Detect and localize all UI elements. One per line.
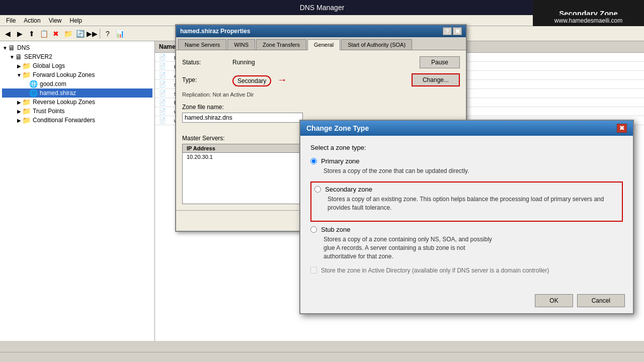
change-zone-title-bar: Change Zone Type ✖ xyxy=(300,121,633,136)
properties-dialog-title: hamed.shiraz Properties xyxy=(180,28,250,35)
zone-file-input[interactable] xyxy=(182,113,303,123)
trust-icon: 📁 xyxy=(22,107,31,115)
dialog-help-button[interactable]: ? xyxy=(443,27,452,35)
change-button[interactable]: Change... xyxy=(412,73,460,86)
secondary-zone-label[interactable]: Secondary zone xyxy=(325,186,372,193)
ad-store-label: Store the zone in Active Directory (avai… xyxy=(321,267,549,274)
tab-zone-transfers[interactable]: Zone Transfers xyxy=(256,39,306,50)
menu-view[interactable]: View xyxy=(45,16,66,25)
back-button[interactable]: ◀ xyxy=(2,28,13,39)
up-button[interactable]: ⬆ xyxy=(26,28,37,39)
zone-selected-icon: 🌐 xyxy=(29,89,38,97)
separator xyxy=(100,29,100,39)
app-title: DNS Manager xyxy=(300,4,345,12)
folder-icon: 📁 xyxy=(22,62,31,70)
forward-zones-icon: 📁 xyxy=(22,71,31,79)
expand-forward-zones[interactable]: ▼ xyxy=(16,72,22,78)
forward-button[interactable]: ▶ xyxy=(14,28,25,39)
menu-file[interactable]: File xyxy=(2,16,20,25)
status-label: Status: xyxy=(182,59,232,66)
primary-zone-radio[interactable] xyxy=(310,158,317,164)
change-zone-cancel-button[interactable]: Cancel xyxy=(577,294,625,307)
dialog-close-button[interactable]: ✖ xyxy=(453,27,462,35)
tree-item-dns[interactable]: ▼ 🖥 DNS xyxy=(2,43,152,52)
folder-button[interactable]: 📁 xyxy=(62,28,73,39)
record-icon: 📄 xyxy=(159,90,166,96)
zone-type-subtitle: Select a zone type: xyxy=(310,144,623,151)
delete-button[interactable]: ✖ xyxy=(50,28,61,39)
master-servers-table: IP Address 10.20.30.1 xyxy=(182,144,303,204)
secondary-zone-option: Secondary zone Stores a copy of an exist… xyxy=(314,186,619,212)
tab-general[interactable]: General xyxy=(307,39,340,50)
secondary-zone-radio-row: Secondary zone xyxy=(314,186,619,193)
tree-item-conditional-forwarders[interactable]: ▶ 📁 Conditional Forwarders xyxy=(2,116,152,125)
tree-item-hamed-shiraz[interactable]: 🌐 hamed.shiraz xyxy=(2,88,152,98)
stub-zone-radio[interactable] xyxy=(310,226,317,233)
dns-icon: 🖥 xyxy=(8,44,15,52)
tab-name-servers[interactable]: Name Servers xyxy=(178,39,226,50)
arrow-icon: → xyxy=(277,74,287,85)
change-zone-footer: OK Cancel xyxy=(300,290,633,313)
copy-button[interactable]: 📋 xyxy=(38,28,49,39)
properties-button[interactable]: 📊 xyxy=(114,28,125,39)
tab-wins[interactable]: WINS xyxy=(227,39,255,50)
properties-title-bar: hamed.shiraz Properties ? ✖ xyxy=(176,25,466,37)
conditional-icon: 📁 xyxy=(22,116,31,124)
stub-zone-desc: Stores a copy of a zone containing only … xyxy=(324,235,623,260)
expand-server2[interactable]: ▼ xyxy=(9,54,15,60)
secondary-zone-desc: Stores a copy of an existing zone. This … xyxy=(328,195,619,212)
record-icon: 📄 xyxy=(159,108,166,114)
pause-button[interactable]: Pause xyxy=(420,56,460,68)
status-bar xyxy=(0,352,644,362)
status-row: Status: Running Pause xyxy=(182,56,460,68)
next-button[interactable]: ▶▶ xyxy=(87,28,98,39)
ip-address-header: IP Address xyxy=(183,144,302,153)
change-zone-close-button[interactable]: ✖ xyxy=(617,124,627,133)
dialog-title-buttons: ? ✖ xyxy=(443,27,462,35)
type-label: Type: xyxy=(182,76,232,83)
tree-item-trust-points[interactable]: ▶ 📁 Trust Points xyxy=(2,107,152,116)
type-row: Type: Secondary → Change... xyxy=(182,73,460,86)
primary-zone-option: Primary zone Stores a copy of the zone t… xyxy=(310,157,623,175)
menu-help[interactable]: Help xyxy=(66,16,87,25)
record-icon: 📄 xyxy=(159,117,166,123)
server-icon: 🖥 xyxy=(15,53,22,61)
expand-conditional[interactable]: ▶ xyxy=(16,118,22,123)
primary-zone-radio-row: Primary zone xyxy=(310,157,623,165)
expand-dns[interactable]: ▼ xyxy=(2,45,8,51)
tree-item-global-logs[interactable]: ▶ 📁 Global Logs xyxy=(2,61,152,70)
expand-trust[interactable]: ▶ xyxy=(16,109,22,114)
change-zone-title: Change Zone Type xyxy=(306,124,369,132)
col-name-header: Name xyxy=(159,43,176,50)
tab-soa[interactable]: Start of Authority (SOA) xyxy=(341,39,412,50)
stub-zone-radio-row: Stub zone xyxy=(310,226,623,233)
change-zone-ok-button[interactable]: OK xyxy=(535,294,573,307)
zone-file-label: Zone file name: xyxy=(182,104,460,111)
zone-icon: 🌐 xyxy=(29,80,38,88)
tree-item-forward-zones[interactable]: ▼ 📁 Forward Lookup Zones xyxy=(2,70,152,79)
tree-item-reverse-zones[interactable]: ▶ 📁 Reverse Lookup Zones xyxy=(2,98,152,107)
expand-global-logs[interactable]: ▶ xyxy=(16,63,22,69)
menu-action[interactable]: Action xyxy=(20,16,44,25)
expand-reverse-zones[interactable]: ▶ xyxy=(16,100,22,105)
replication-text: Replication: Not an Active Dir xyxy=(182,92,460,98)
primary-zone-label[interactable]: Primary zone xyxy=(321,157,360,165)
secondary-zone-radio[interactable] xyxy=(314,186,321,193)
record-icon: 📄 xyxy=(159,54,166,60)
help-button[interactable]: ? xyxy=(102,28,113,39)
type-value: Secondary → xyxy=(232,74,412,86)
refresh-button[interactable]: 🔄 xyxy=(74,28,86,39)
ad-store-checkbox[interactable] xyxy=(310,267,317,274)
tree-item-server2[interactable]: ▼ 🖥 SERVER2 xyxy=(2,52,152,61)
secondary-zone-highlighted-box: Secondary zone Stores a copy of an exist… xyxy=(310,182,623,222)
record-icon: 📄 xyxy=(159,63,166,69)
tree-item-goodcom[interactable]: 🌐 good.com xyxy=(2,79,152,88)
reverse-zones-icon: 📁 xyxy=(22,98,31,106)
stub-zone-label[interactable]: Stub zone xyxy=(321,226,351,233)
ip-address-row[interactable]: 10.20.30.1 xyxy=(183,153,302,161)
secondary-type-badge: Secondary xyxy=(232,75,271,86)
primary-zone-desc: Stores a copy of the zone that can be up… xyxy=(324,167,623,175)
properties-tabs: Name Servers WINS Zone Transfers General… xyxy=(176,37,466,50)
watermark: www.hamedesmaeili.com xyxy=(533,15,644,26)
change-zone-dialog: Change Zone Type ✖ Select a zone type: P… xyxy=(299,120,634,314)
